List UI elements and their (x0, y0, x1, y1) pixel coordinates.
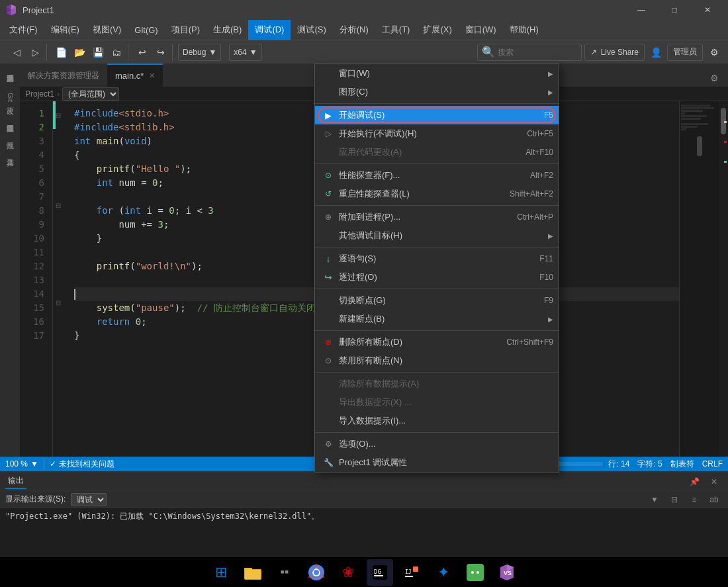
maximize-button[interactable]: □ (659, 0, 690, 20)
menu-start-no-debug-label: 开始执行(不调试)(H) (336, 128, 527, 140)
app5-icon[interactable]: ❀ (335, 559, 361, 586)
output-action4[interactable]: ab (705, 491, 723, 508)
vs-icon[interactable]: VS (494, 559, 520, 586)
chrome-icon[interactable] (303, 559, 330, 586)
status-issues[interactable]: ✓ 未找到相关问题 (50, 459, 114, 470)
menu-options[interactable]: ⚙ 选项(O)... (315, 435, 559, 453)
output-action2[interactable]: ⊟ (666, 491, 683, 508)
menu-start-debug[interactable]: ▶ 开始调试(S) F5 (315, 106, 559, 124)
undo-button[interactable]: ↩ (134, 44, 151, 61)
menu-debug[interactable]: 调试(D) (248, 20, 291, 40)
settings-icon[interactable]: ⚙ (705, 44, 723, 61)
output-source-select[interactable]: 调试 (71, 493, 107, 506)
menu-new-bp-label: 新建断点(B) (336, 313, 548, 325)
file-explorer-icon[interactable] (240, 559, 266, 586)
minimize-button[interactable]: — (626, 0, 657, 20)
menu-start-no-debug[interactable]: ▷ 开始执行(不调试)(H) Ctrl+F5 (315, 124, 559, 143)
datagrip-icon[interactable]: DG (367, 559, 393, 586)
menu-analyze[interactable]: 分析(N) (333, 20, 375, 40)
activity-git-changes[interactable]: Git更改 (1, 90, 19, 105)
menu-step-over[interactable]: ↪ 逐过程(O) F10 (315, 268, 559, 287)
menu-edit[interactable]: 编辑(E) (44, 20, 86, 40)
menu-help[interactable]: 帮助(H) (503, 20, 545, 40)
terminal-icon[interactable]: ▪▪ (271, 559, 298, 586)
output-action1[interactable]: ▼ (646, 491, 663, 508)
activity-team-explorer[interactable]: 团队资源管理器 (1, 116, 19, 122)
taskbar-center: ⊞ ▪▪ ❀ DG (208, 559, 520, 586)
tab-main-c[interactable]: main.c* ✕ (107, 64, 163, 87)
platform-label: x64 (234, 48, 246, 57)
live-share-button[interactable]: ↗ Live Share (584, 44, 645, 61)
save-button[interactable]: 💾 (89, 44, 107, 61)
menu-attach-process[interactable]: ⊕ 附加到进程(P)... Ctrl+Alt+P (315, 208, 559, 226)
activity-properties[interactable]: 属性 (1, 134, 19, 139)
admin-button[interactable]: 管理员 (667, 44, 703, 61)
menu-del-all-bp[interactable]: ⊗ 删除所有断点(D) Ctrl+Shift+F9 (315, 333, 559, 351)
output-pin-icon[interactable]: 📌 (686, 473, 703, 490)
menu-new-bp[interactable]: 新建断点(B) ▶ (315, 310, 559, 328)
menu-view[interactable]: 视图(V) (86, 20, 128, 40)
menu-git[interactable]: Git(G) (128, 20, 164, 40)
output-action3[interactable]: ≡ (686, 491, 703, 508)
activity-solution-explorer[interactable]: 解决方案资源管理器 (1, 66, 19, 71)
menu-import-data-tips[interactable]: 导入数据提示(I)... (315, 412, 559, 430)
menu-perf-icon: ⊙ (320, 171, 336, 180)
new-file-button[interactable]: 📄 (52, 44, 69, 61)
redo-button[interactable]: ↪ (152, 44, 169, 61)
menu-window[interactable]: 窗口(W) ▶ (315, 64, 559, 83)
menu-perf-profiler[interactable]: ⊙ 性能探查器(F)... Alt+F2 (315, 166, 559, 185)
search-input[interactable] (498, 48, 577, 57)
status-encoding[interactable]: CRLF (702, 459, 723, 469)
scrollbar-right[interactable] (719, 101, 728, 457)
tab-output[interactable]: 输出 (5, 474, 26, 489)
save-all-button[interactable]: 🗂 (108, 44, 125, 61)
status-zoom[interactable]: 100 % ▼ (5, 459, 38, 469)
menu-disable-all-bp[interactable]: ⊙ 禁用所有断点(N) (315, 351, 559, 370)
tab-solution-explorer[interactable]: 解决方案资源管理器 (20, 64, 107, 87)
forward-button[interactable]: ▷ (26, 44, 44, 61)
project-debug-props-icon: 🔧 (320, 458, 336, 467)
search-box[interactable]: 🔍 (477, 44, 582, 61)
output-panel: 输出 📌 ✕ 显示输出来源(S): 调试 ▼ ⊟ ≡ ab "Project1.… (0, 471, 728, 557)
status-space[interactable]: 制表符 (670, 459, 694, 470)
status-bar-right: 行: 14 字符: 5 制表符 CRLF (608, 459, 723, 470)
windows-icon[interactable]: ⊞ (208, 559, 234, 586)
svg-point-5 (314, 570, 319, 575)
output-close-icon[interactable]: ✕ (705, 473, 723, 490)
menu-build[interactable]: 生成(B) (206, 20, 248, 40)
debug-config-dropdown[interactable]: Debug ▼ (178, 44, 221, 61)
user-icon[interactable]: 👤 (647, 44, 664, 61)
menu-toggle-bp[interactable]: 切换断点(G) F9 (315, 291, 559, 310)
wechat-icon[interactable] (462, 559, 488, 586)
platform-dropdown[interactable]: x64 ▼ (229, 44, 261, 61)
menu-restart-perf[interactable]: ↺ 重启性能探查器(L) Shift+Alt+F2 (315, 185, 559, 203)
menu-graphics[interactable]: 图形(C) ▶ (315, 83, 559, 101)
collapse-for[interactable]: ⊟ (53, 199, 64, 212)
app8-icon[interactable]: ✦ (430, 559, 457, 586)
menu-attach-label: 附加到进程(P)... (336, 211, 517, 223)
menu-file[interactable]: 文件(F) (3, 20, 44, 40)
menu-extensions[interactable]: 扩展(X) (416, 20, 458, 40)
output-text: "Project1.exe" (Win32): 已加载 "C:\Windows\… (5, 512, 319, 521)
breadcrumb-scope[interactable]: (全局范围) (62, 87, 119, 101)
status-line[interactable]: 行: 14 (608, 459, 629, 470)
menu-tools[interactable]: 工具(T) (375, 20, 417, 40)
back-button[interactable]: ◁ (8, 44, 25, 61)
menu-project[interactable]: 项目(P) (165, 20, 206, 40)
menu-step-into[interactable]: ↓ 逐语句(S) F11 (315, 249, 559, 268)
menu-other-debug[interactable]: 其他调试目标(H) ▶ (315, 226, 559, 245)
line-number-16: 16 (20, 315, 44, 329)
dropdown-arrow-icon: ▼ (250, 48, 257, 57)
close-button[interactable]: ✕ (692, 0, 723, 20)
activity-toolbox[interactable]: 工具箱 (1, 151, 19, 156)
editor-settings-icon[interactable]: ⚙ (705, 69, 723, 87)
menu-sep-7 (315, 372, 559, 373)
open-file-button[interactable]: 📂 (71, 44, 88, 61)
tab-close-icon[interactable]: ✕ (149, 71, 155, 80)
menu-test[interactable]: 测试(S) (291, 20, 332, 40)
menu-project-debug-props[interactable]: 🔧 Project1 调试属性 (315, 453, 559, 472)
intellij-icon[interactable]: IJ (398, 559, 425, 586)
collapse-main[interactable]: ⊟ (53, 296, 64, 310)
menu-window[interactable]: 窗口(W) (459, 20, 503, 40)
status-col[interactable]: 字符: 5 (637, 459, 662, 470)
